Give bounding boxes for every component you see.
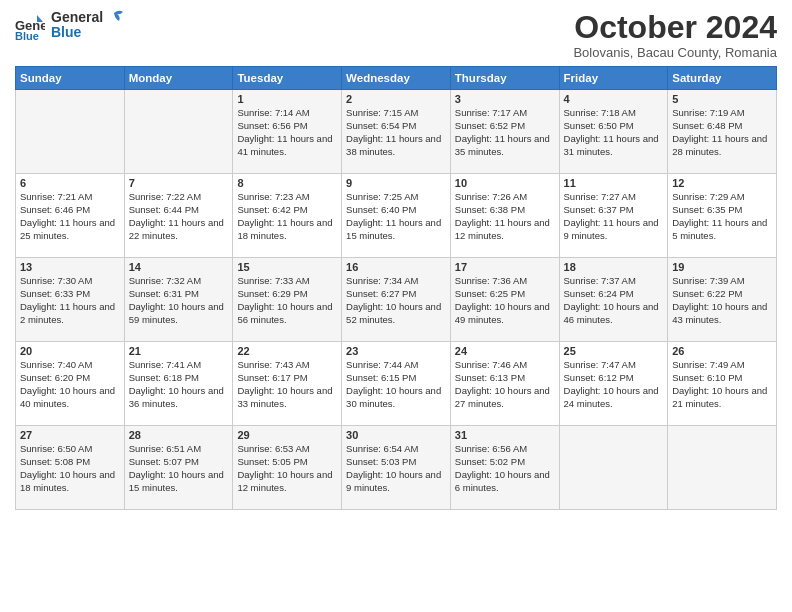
day-number: 9 bbox=[346, 177, 446, 189]
daylight-text: Daylight: 11 hours and 28 minutes. bbox=[672, 133, 767, 157]
day-info: Sunrise: 7:39 AMSunset: 6:22 PMDaylight:… bbox=[672, 275, 772, 326]
day-cell: 9Sunrise: 7:25 AMSunset: 6:40 PMDaylight… bbox=[342, 174, 451, 258]
week-row-3: 13Sunrise: 7:30 AMSunset: 6:33 PMDayligh… bbox=[16, 258, 777, 342]
daylight-text: Daylight: 11 hours and 35 minutes. bbox=[455, 133, 550, 157]
sunset-text: Sunset: 5:03 PM bbox=[346, 456, 416, 467]
day-info: Sunrise: 7:47 AMSunset: 6:12 PMDaylight:… bbox=[564, 359, 664, 410]
sunset-text: Sunset: 6:31 PM bbox=[129, 288, 199, 299]
day-info: Sunrise: 7:44 AMSunset: 6:15 PMDaylight:… bbox=[346, 359, 446, 410]
day-cell: 31Sunrise: 6:56 AMSunset: 5:02 PMDayligh… bbox=[450, 426, 559, 510]
sunset-text: Sunset: 6:15 PM bbox=[346, 372, 416, 383]
daylight-text: Daylight: 10 hours and 49 minutes. bbox=[455, 301, 550, 325]
header: General Blue General Blue October 2024 B… bbox=[15, 10, 777, 60]
logo-icon: General Blue bbox=[15, 10, 45, 40]
day-cell: 1Sunrise: 7:14 AMSunset: 6:56 PMDaylight… bbox=[233, 90, 342, 174]
week-row-1: 1Sunrise: 7:14 AMSunset: 6:56 PMDaylight… bbox=[16, 90, 777, 174]
title-block: October 2024 Bolovanis, Bacau County, Ro… bbox=[573, 10, 777, 60]
day-cell: 14Sunrise: 7:32 AMSunset: 6:31 PMDayligh… bbox=[124, 258, 233, 342]
daylight-text: Daylight: 11 hours and 5 minutes. bbox=[672, 217, 767, 241]
calendar-table: SundayMondayTuesdayWednesdayThursdayFrid… bbox=[15, 66, 777, 510]
header-cell-saturday: Saturday bbox=[668, 67, 777, 90]
sunset-text: Sunset: 6:54 PM bbox=[346, 120, 416, 131]
day-number: 14 bbox=[129, 261, 229, 273]
sunrise-text: Sunrise: 6:53 AM bbox=[237, 443, 309, 454]
daylight-text: Daylight: 10 hours and 40 minutes. bbox=[20, 385, 115, 409]
day-number: 18 bbox=[564, 261, 664, 273]
day-info: Sunrise: 7:36 AMSunset: 6:25 PMDaylight:… bbox=[455, 275, 555, 326]
day-cell: 18Sunrise: 7:37 AMSunset: 6:24 PMDayligh… bbox=[559, 258, 668, 342]
day-cell bbox=[124, 90, 233, 174]
sunrise-text: Sunrise: 7:29 AM bbox=[672, 191, 744, 202]
day-cell: 11Sunrise: 7:27 AMSunset: 6:37 PMDayligh… bbox=[559, 174, 668, 258]
sunrise-text: Sunrise: 7:27 AM bbox=[564, 191, 636, 202]
daylight-text: Daylight: 11 hours and 41 minutes. bbox=[237, 133, 332, 157]
day-number: 26 bbox=[672, 345, 772, 357]
sunset-text: Sunset: 6:48 PM bbox=[672, 120, 742, 131]
day-cell bbox=[16, 90, 125, 174]
sunset-text: Sunset: 6:12 PM bbox=[564, 372, 634, 383]
logo-bird-icon bbox=[105, 9, 123, 31]
daylight-text: Daylight: 10 hours and 18 minutes. bbox=[20, 469, 115, 493]
day-number: 25 bbox=[564, 345, 664, 357]
daylight-text: Daylight: 10 hours and 33 minutes. bbox=[237, 385, 332, 409]
day-number: 4 bbox=[564, 93, 664, 105]
day-cell: 27Sunrise: 6:50 AMSunset: 5:08 PMDayligh… bbox=[16, 426, 125, 510]
day-cell: 2Sunrise: 7:15 AMSunset: 6:54 PMDaylight… bbox=[342, 90, 451, 174]
day-cell: 19Sunrise: 7:39 AMSunset: 6:22 PMDayligh… bbox=[668, 258, 777, 342]
day-cell: 10Sunrise: 7:26 AMSunset: 6:38 PMDayligh… bbox=[450, 174, 559, 258]
sunset-text: Sunset: 6:50 PM bbox=[564, 120, 634, 131]
day-cell: 15Sunrise: 7:33 AMSunset: 6:29 PMDayligh… bbox=[233, 258, 342, 342]
day-info: Sunrise: 6:51 AMSunset: 5:07 PMDaylight:… bbox=[129, 443, 229, 494]
day-cell: 17Sunrise: 7:36 AMSunset: 6:25 PMDayligh… bbox=[450, 258, 559, 342]
sunset-text: Sunset: 6:40 PM bbox=[346, 204, 416, 215]
sunset-text: Sunset: 6:18 PM bbox=[129, 372, 199, 383]
sunset-text: Sunset: 5:05 PM bbox=[237, 456, 307, 467]
sunrise-text: Sunrise: 6:56 AM bbox=[455, 443, 527, 454]
day-info: Sunrise: 7:32 AMSunset: 6:31 PMDaylight:… bbox=[129, 275, 229, 326]
day-cell: 6Sunrise: 7:21 AMSunset: 6:46 PMDaylight… bbox=[16, 174, 125, 258]
daylight-text: Daylight: 10 hours and 52 minutes. bbox=[346, 301, 441, 325]
day-cell: 28Sunrise: 6:51 AMSunset: 5:07 PMDayligh… bbox=[124, 426, 233, 510]
day-number: 6 bbox=[20, 177, 120, 189]
day-cell: 4Sunrise: 7:18 AMSunset: 6:50 PMDaylight… bbox=[559, 90, 668, 174]
day-number: 31 bbox=[455, 429, 555, 441]
month-title: October 2024 bbox=[573, 10, 777, 45]
logo: General Blue General Blue bbox=[15, 10, 123, 41]
sunrise-text: Sunrise: 7:30 AM bbox=[20, 275, 92, 286]
day-info: Sunrise: 6:53 AMSunset: 5:05 PMDaylight:… bbox=[237, 443, 337, 494]
header-cell-friday: Friday bbox=[559, 67, 668, 90]
day-info: Sunrise: 7:37 AMSunset: 6:24 PMDaylight:… bbox=[564, 275, 664, 326]
daylight-text: Daylight: 10 hours and 56 minutes. bbox=[237, 301, 332, 325]
daylight-text: Daylight: 11 hours and 12 minutes. bbox=[455, 217, 550, 241]
day-info: Sunrise: 7:23 AMSunset: 6:42 PMDaylight:… bbox=[237, 191, 337, 242]
sunrise-text: Sunrise: 7:26 AM bbox=[455, 191, 527, 202]
sunrise-text: Sunrise: 6:50 AM bbox=[20, 443, 92, 454]
header-cell-sunday: Sunday bbox=[16, 67, 125, 90]
sunset-text: Sunset: 5:02 PM bbox=[455, 456, 525, 467]
sunrise-text: Sunrise: 7:41 AM bbox=[129, 359, 201, 370]
calendar-page: General Blue General Blue October 2024 B… bbox=[0, 0, 792, 612]
logo-blue: Blue bbox=[51, 25, 103, 40]
day-cell: 20Sunrise: 7:40 AMSunset: 6:20 PMDayligh… bbox=[16, 342, 125, 426]
day-info: Sunrise: 7:21 AMSunset: 6:46 PMDaylight:… bbox=[20, 191, 120, 242]
day-cell: 13Sunrise: 7:30 AMSunset: 6:33 PMDayligh… bbox=[16, 258, 125, 342]
day-number: 22 bbox=[237, 345, 337, 357]
sunset-text: Sunset: 6:42 PM bbox=[237, 204, 307, 215]
day-cell: 26Sunrise: 7:49 AMSunset: 6:10 PMDayligh… bbox=[668, 342, 777, 426]
daylight-text: Daylight: 10 hours and 30 minutes. bbox=[346, 385, 441, 409]
daylight-text: Daylight: 10 hours and 21 minutes. bbox=[672, 385, 767, 409]
day-number: 11 bbox=[564, 177, 664, 189]
day-number: 30 bbox=[346, 429, 446, 441]
day-cell bbox=[668, 426, 777, 510]
day-info: Sunrise: 6:54 AMSunset: 5:03 PMDaylight:… bbox=[346, 443, 446, 494]
day-cell: 8Sunrise: 7:23 AMSunset: 6:42 PMDaylight… bbox=[233, 174, 342, 258]
sunrise-text: Sunrise: 7:32 AM bbox=[129, 275, 201, 286]
day-info: Sunrise: 6:56 AMSunset: 5:02 PMDaylight:… bbox=[455, 443, 555, 494]
sunset-text: Sunset: 6:29 PM bbox=[237, 288, 307, 299]
sunrise-text: Sunrise: 7:47 AM bbox=[564, 359, 636, 370]
day-info: Sunrise: 7:29 AMSunset: 6:35 PMDaylight:… bbox=[672, 191, 772, 242]
daylight-text: Daylight: 10 hours and 9 minutes. bbox=[346, 469, 441, 493]
day-cell: 5Sunrise: 7:19 AMSunset: 6:48 PMDaylight… bbox=[668, 90, 777, 174]
daylight-text: Daylight: 11 hours and 31 minutes. bbox=[564, 133, 659, 157]
subtitle: Bolovanis, Bacau County, Romania bbox=[573, 45, 777, 60]
